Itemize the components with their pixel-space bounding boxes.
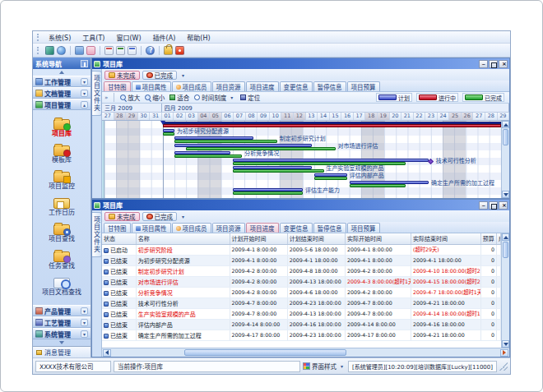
table-row[interactable]: 已启动初步研究阶段2009-4-1 8:00:002009-5-6 18:00:…	[102, 244, 501, 255]
column-header-1[interactable]: 名称	[136, 233, 230, 244]
sidebar-tab-messages[interactable]: 消息管理	[33, 346, 90, 357]
chevron-up-icon[interactable]: ▴	[81, 101, 88, 108]
table-row[interactable]: 已结束生产实验室规模的产品2009-4-7 8:00:002009-4-13 1…	[102, 308, 501, 319]
gantt-done-bar[interactable]	[174, 154, 242, 158]
sidebar-item-folder-star[interactable]: 项目监控	[49, 172, 75, 190]
minimize-icon[interactable]	[479, 201, 488, 210]
gantt-tab-3[interactable]: 项目资源	[212, 81, 245, 91]
table-horizontal-scrollbar[interactable]	[102, 348, 509, 357]
gantt-chart[interactable]: 为初步研究分配资源制定初步研究计划对市场进行评估分析竞争情况技术可行性分析生产实…	[104, 121, 501, 198]
folder-icon[interactable]	[75, 46, 84, 55]
connect-icon[interactable]	[45, 46, 54, 55]
folder-vertical-tab[interactable]: 项目文件夹	[92, 71, 102, 116]
scroll-down-icon[interactable]	[502, 340, 509, 348]
ui-style-button[interactable]: 界面样式 ▾	[303, 362, 346, 371]
help-icon[interactable]	[146, 46, 155, 55]
zoom-out-button[interactable]: 缩小	[145, 93, 165, 102]
menu-item-0[interactable]: 系统(S)	[43, 32, 77, 43]
table-row[interactable]: 已结束技术可行性分析2009-4-7 8:00:002009-4-23 18:0…	[102, 297, 501, 308]
sidebar-section-work[interactable]: 工作管理▾	[33, 76, 90, 87]
menu-item-3[interactable]: 插件(A)	[147, 32, 182, 43]
sidebar-item-folder-search[interactable]: 项目查找	[49, 224, 75, 242]
chevron-down-icon[interactable]: ▾	[81, 319, 88, 326]
gantt-tab-4[interactable]: 项目进度	[246, 81, 279, 91]
table-header[interactable]: 状态名称计划开始时间计划结束时间实际开始时间实际结束时间预算成	[102, 233, 501, 244]
table-tab-7[interactable]: 项目预算	[347, 223, 380, 233]
exit-icon[interactable]	[175, 46, 184, 55]
sidebar-item-calendar[interactable]: 工作日历	[49, 198, 75, 216]
scroll-down-icon[interactable]	[502, 191, 509, 198]
close-icon[interactable]	[499, 60, 508, 68]
table-row[interactable]: 已结束评估内部产品2009-4-14 8:00:002009-4-16 18:0…	[102, 319, 501, 330]
gantt-tab-0[interactable]: 甘特图	[104, 81, 131, 91]
locate-button[interactable]: 定位	[240, 93, 260, 102]
column-header-0[interactable]: 状态	[102, 233, 136, 244]
gantt-tab-5[interactable]: 变更信息	[280, 81, 313, 91]
overflow-chevron-icon[interactable]: »	[104, 95, 108, 101]
gantt-done-bar[interactable]	[174, 140, 277, 143]
chevron-down-icon[interactable]: ▾	[81, 330, 88, 338]
table-tab-0[interactable]: 甘特图	[104, 223, 131, 233]
menu-item-4[interactable]: 帮助(H)	[181, 32, 216, 43]
column-header-3[interactable]: 计划结束时间	[287, 233, 345, 244]
gantt-done-bar[interactable]	[163, 132, 174, 136]
sidebar-scroll-down[interactable]	[33, 339, 90, 346]
sidebar-item-folder-users[interactable]: 任务查找	[49, 251, 75, 270]
menu-item-1[interactable]: 工具(T)	[77, 32, 110, 43]
table-row[interactable]: 已结束为初步研究分配资源2009-4-1 8:00:002009-4-1 18:…	[102, 255, 501, 265]
sidebar-section-system[interactable]: 系统管理▾	[33, 328, 90, 339]
table-row[interactable]: 已结束对市场进行评估2009-4-2 8:00:002009-4-13 18:0…	[102, 276, 501, 287]
scroll-up-icon[interactable]	[502, 121, 509, 128]
scroll-thumb[interactable]	[503, 129, 508, 145]
pin-icon[interactable]	[81, 60, 88, 67]
sidebar-scroll-up[interactable]	[33, 69, 90, 76]
gantt-done-bar[interactable]	[233, 169, 324, 173]
dropdown-arrow-icon[interactable]: ▾	[179, 72, 187, 78]
chevron-down-icon[interactable]: ▾	[81, 78, 88, 85]
sidebar-section-process[interactable]: 工艺管理▾	[33, 316, 90, 328]
table-vertical-scrollbar[interactable]	[501, 233, 509, 348]
chevron-down-icon[interactable]: ▾	[81, 90, 88, 97]
gantt-done-bar[interactable]	[314, 177, 347, 180]
filter-unfinished-button[interactable]: 未完成	[104, 71, 140, 80]
gantt-summary-progress-bar[interactable]	[163, 124, 501, 127]
gantt-tab-7[interactable]: 项目预算	[347, 81, 380, 91]
table-tab-3[interactable]: 项目资源	[212, 223, 245, 233]
gantt-tab-2[interactable]: 项目成员	[172, 81, 211, 91]
zoom-in-button[interactable]: 放大	[120, 93, 140, 102]
table-tab-6[interactable]: 暂停信息	[313, 223, 346, 233]
resize-grip[interactable]	[499, 362, 508, 371]
table-tab-4[interactable]: 项目进度	[246, 223, 279, 233]
maximize-icon[interactable]	[489, 60, 498, 68]
column-header-2[interactable]: 计划开始时间	[230, 233, 287, 244]
folder-open-icon[interactable]	[86, 46, 95, 55]
menu-item-2[interactable]: 窗口(W)	[110, 32, 146, 43]
chevron-down-icon[interactable]: ▾	[81, 307, 88, 315]
report-add-icon[interactable]	[116, 46, 125, 55]
filter-finished-button[interactable]: 已完成	[142, 212, 178, 221]
web-icon[interactable]	[57, 46, 66, 55]
table-row[interactable]: 已结束分析竞争情况2009-4-2 8:00:002009-4-6 18:00:…	[102, 287, 501, 297]
report-del-icon[interactable]	[128, 46, 137, 55]
sidebar-section-product[interactable]: 产品管理▾	[33, 305, 90, 316]
column-header-7[interactable]: 成	[497, 233, 501, 244]
scroll-thumb[interactable]	[503, 242, 508, 258]
sidebar-item-doc-search[interactable]: 项目文档查找	[42, 278, 81, 296]
gantt-vertical-scrollbar[interactable]	[501, 121, 509, 198]
menubar-grip[interactable]	[37, 34, 39, 41]
close-icon[interactable]	[499, 201, 508, 210]
scroll-right-icon[interactable]	[500, 349, 508, 357]
lock-icon[interactable]	[164, 46, 173, 55]
folder-vertical-tab[interactable]: 项目文件夹	[92, 212, 102, 257]
table-tab-2[interactable]: 项目成员	[172, 223, 211, 233]
gantt-tab-1[interactable]: 项目属性	[132, 81, 171, 91]
scroll-up-icon[interactable]	[502, 233, 509, 241]
timescale-button[interactable]: 时间刻度▾	[194, 93, 235, 102]
scroll-thumb[interactable]	[184, 349, 346, 356]
toolbar-grip[interactable]	[37, 47, 39, 54]
table-row[interactable]: 已结束制定初步研究计划2009-4-2 8:00:002009-4-8 18:0…	[102, 265, 501, 276]
table-tab-5[interactable]: 变更信息	[280, 223, 313, 233]
maximize-icon[interactable]	[489, 201, 498, 210]
scroll-left-icon[interactable]	[103, 349, 111, 357]
minimize-icon[interactable]	[479, 60, 488, 68]
